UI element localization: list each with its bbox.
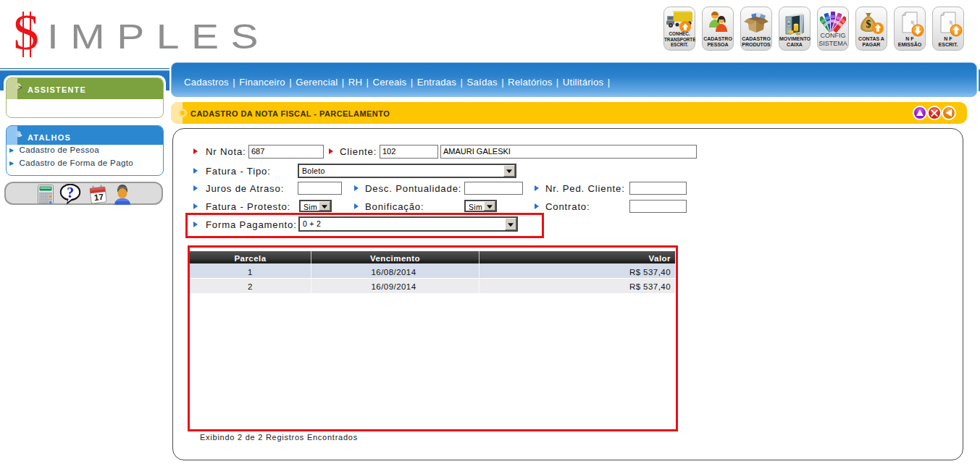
svg-text:$: $ [866, 19, 871, 30]
svg-text:?: ? [67, 185, 74, 201]
svg-text:17: 17 [93, 192, 104, 203]
